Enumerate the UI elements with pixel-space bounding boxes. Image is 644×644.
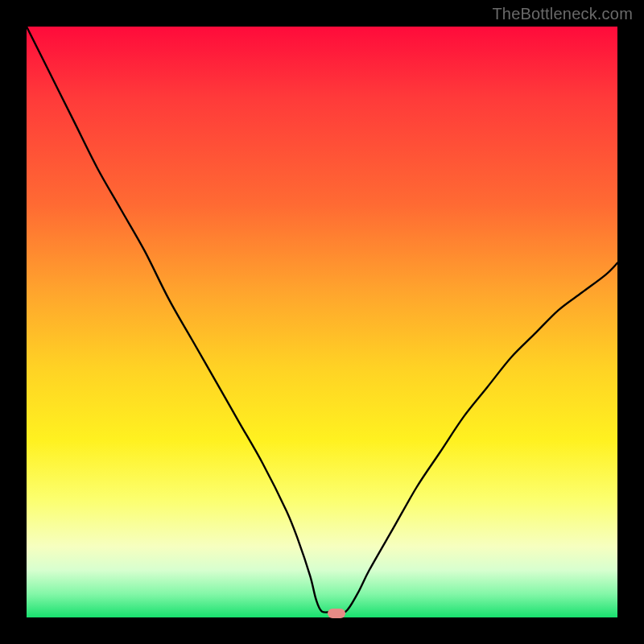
chart-frame: TheBottleneck.com [0,0,644,644]
heat-gradient-background [27,27,617,617]
watermark-text: TheBottleneck.com [492,5,633,23]
optimal-marker [328,609,345,618]
